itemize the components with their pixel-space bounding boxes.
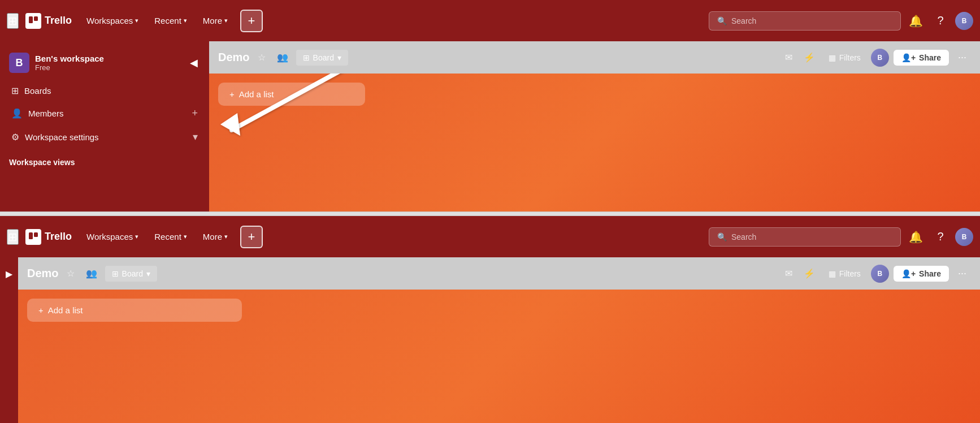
bottom-search-bar[interactable]: 🔍 (709, 227, 901, 247)
workspaces-label: Workspaces (86, 16, 133, 25)
bottom-filter-icon: ▦ (829, 269, 836, 278)
bottom-more-menu-button[interactable]: More ▾ (197, 228, 233, 245)
bottom-star-icon[interactable]: ☆ (63, 266, 78, 281)
help-icon[interactable]: ? (930, 11, 951, 31)
bottom-workspaces-menu-button[interactable]: Workspaces ▾ (81, 228, 144, 245)
svg-marker-3 (220, 113, 240, 136)
share-button[interactable]: 👤+ Share (894, 50, 949, 66)
board-view-button[interactable]: ⊞ Board ▾ (296, 50, 348, 66)
bottom-create-button[interactable]: + (240, 226, 263, 248)
bottom-add-list-button[interactable]: + Add a list (27, 299, 242, 322)
sidebar-item-boards[interactable]: ⊞ Boards (2, 80, 207, 102)
more-label: More (203, 16, 222, 25)
bottom-notifications-icon[interactable]: 🔔 (905, 227, 926, 247)
bottom-add-list-label: Add a list (48, 305, 83, 315)
more-menu-button[interactable]: More ▾ (197, 12, 233, 29)
filters-label: Filters (839, 53, 861, 62)
bottom-screen: ⊞ Trello Workspaces ▾ Recent ▾ More ▾ + (0, 216, 980, 423)
top-navbar: ⊞ Trello Workspaces ▾ Recent ▾ More (0, 0, 980, 41)
bottom-view-chevron-icon: ▾ (146, 269, 150, 278)
bottom-help-icon[interactable]: ? (930, 227, 951, 247)
svg-rect-4 (29, 232, 33, 239)
board-title: Demo (218, 51, 250, 64)
bottom-board-header: Demo ☆ 👥 ⊞ Board ▾ ✉ ⚡ ▦ Filters (18, 257, 980, 290)
sidebar-item-workspace-settings[interactable]: ⚙ Workspace settings ▾ (2, 125, 207, 149)
view-grid-icon: ⊞ (303, 53, 310, 62)
workspace-views-title: Workspace views (0, 151, 209, 169)
bottom-visibility-icon[interactable]: 👥 (83, 266, 101, 281)
bottom-filters-label: Filters (839, 269, 861, 278)
add-list-button[interactable]: + Add a list (218, 83, 365, 106)
bottom-navbar: ⊞ Trello Workspaces ▾ Recent ▾ More ▾ + (0, 216, 980, 257)
view-chevron-icon: ▾ (337, 53, 341, 62)
share-icon: 👤+ (901, 53, 916, 62)
workspace-plan: Free (35, 63, 182, 72)
recent-label: Recent (154, 16, 181, 25)
members-label: Members (28, 109, 186, 118)
settings-icon: ⚙ (11, 132, 19, 143)
bottom-power-ups-icon[interactable]: ⚡ (800, 266, 818, 281)
power-ups-icon[interactable]: ⚡ (800, 50, 818, 65)
bottom-recent-chevron-icon: ▾ (184, 233, 187, 240)
bottom-board-title: Demo (27, 267, 59, 280)
bottom-share-icon: 👤+ (901, 269, 916, 278)
bottom-board-view-button[interactable]: ⊞ Board ▾ (105, 266, 157, 282)
bottom-board-more-options-button[interactable]: ··· (953, 265, 971, 282)
filters-button[interactable]: ▦ Filters (823, 50, 866, 66)
sidebar-expand-button[interactable]: ▶ (3, 266, 15, 282)
bottom-recent-menu-button[interactable]: Recent ▾ (149, 228, 193, 245)
recent-menu-button[interactable]: Recent ▾ (149, 12, 193, 29)
star-icon[interactable]: ☆ (254, 50, 269, 65)
search-bar[interactable]: 🔍 (709, 11, 901, 31)
bottom-board-member-avatar: B (871, 265, 889, 283)
visibility-icon[interactable]: 👥 (274, 50, 292, 65)
search-input[interactable] (731, 16, 892, 25)
bottom-create-plus-icon: + (248, 230, 255, 244)
bottom-add-list-plus-icon: + (38, 305, 44, 315)
bottom-recent-label: Recent (154, 232, 181, 241)
bottom-workspaces-label: Workspaces (86, 232, 133, 241)
bottom-more-label: More (203, 232, 222, 241)
add-list-plus-icon: + (229, 89, 235, 99)
notifications-icon[interactable]: 🔔 (905, 11, 926, 31)
board-header: Demo ☆ 👥 ⊞ Board ▾ ✉ ⚡ ▦ (209, 41, 980, 74)
create-button[interactable]: + (240, 10, 263, 32)
share-label: Share (919, 53, 941, 62)
board-view-label: Board (313, 53, 334, 62)
filter-icon: ▦ (829, 53, 836, 62)
board-more-options-button[interactable]: ··· (953, 49, 971, 66)
bottom-grid-icon[interactable]: ⊞ (7, 229, 19, 245)
workspace-avatar: B (9, 53, 29, 73)
bottom-send-icon[interactable]: ✉ (782, 266, 796, 281)
bottom-user-avatar[interactable]: B (955, 228, 973, 246)
bottom-share-label: Share (919, 269, 941, 278)
grid-icon[interactable]: ⊞ (7, 13, 19, 29)
user-avatar[interactable]: B (955, 12, 973, 30)
bottom-trello-text: Trello (45, 231, 72, 243)
bottom-board-main: + Add a list (18, 290, 980, 423)
members-icon: 👤 (11, 108, 23, 119)
create-plus-icon: + (248, 14, 255, 28)
bottom-share-button[interactable]: 👤+ Share (894, 266, 949, 282)
workspace-name: Ben's workspace (35, 54, 182, 63)
trello-text: Trello (45, 15, 72, 27)
svg-rect-1 (34, 16, 38, 21)
sidebar-collapse-button[interactable]: ◀ (188, 54, 200, 71)
boards-label: Boards (24, 86, 198, 96)
add-list-label: Add a list (239, 89, 274, 99)
trello-logo[interactable]: Trello (25, 13, 72, 29)
send-icon[interactable]: ✉ (782, 50, 796, 65)
sidebar-item-members[interactable]: 👤 Members + (2, 102, 207, 125)
board-member-avatar: B (871, 49, 889, 67)
workspaces-menu-button[interactable]: Workspaces ▾ (81, 12, 144, 29)
bottom-search-icon: 🔍 (717, 232, 727, 241)
add-member-icon[interactable]: + (192, 107, 198, 119)
bottom-search-input[interactable] (731, 232, 892, 241)
workspace-header: B Ben's workspace Free ◀ (0, 48, 209, 80)
bottom-filters-button[interactable]: ▦ Filters (823, 266, 866, 282)
workspaces-chevron-icon: ▾ (135, 17, 138, 24)
bottom-board-view-label: Board (122, 269, 143, 278)
bottom-view-grid-icon: ⊞ (112, 269, 119, 278)
sidebar: B Ben's workspace Free ◀ ⊞ Boards 👤 Memb… (0, 41, 209, 212)
bottom-trello-logo[interactable]: Trello (25, 229, 72, 245)
